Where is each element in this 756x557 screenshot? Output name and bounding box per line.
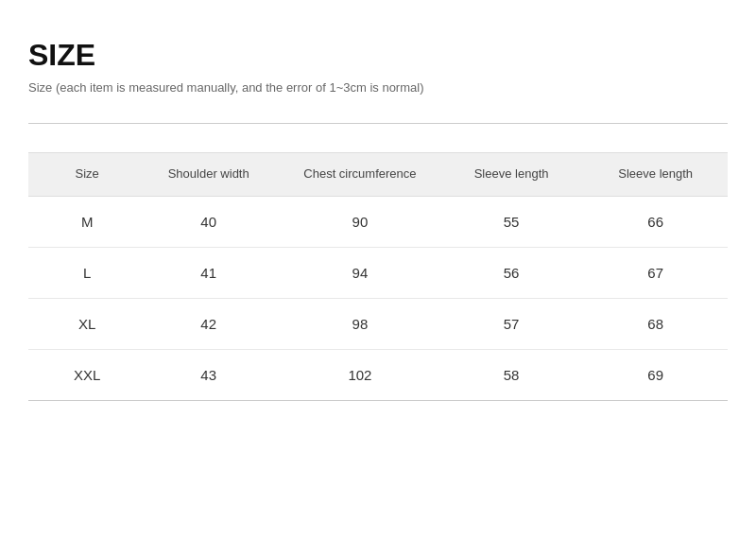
table-row: L41945667: [28, 247, 728, 298]
header-sleeve-length-2: Sleeve length: [583, 153, 728, 197]
cell-sleeve1: 56: [439, 247, 584, 298]
page-container: SIZE Size (each item is measured manuall…: [0, 0, 756, 429]
cell-sleeve2: 68: [583, 298, 728, 349]
header-size: Size: [28, 153, 136, 197]
table-header-row: Size Shoulder width Chest circumference …: [28, 153, 728, 197]
cell-sleeve1: 58: [439, 349, 584, 400]
table-row: XXL431025869: [28, 349, 728, 400]
cell-sleeve2: 69: [583, 349, 728, 400]
cell-chest: 90: [281, 196, 439, 247]
page-subtitle: Size (each item is measured manually, an…: [28, 80, 728, 95]
cell-chest: 98: [281, 298, 439, 349]
cell-shoulder: 40: [136, 196, 281, 247]
cell-size: L: [28, 247, 136, 298]
cell-shoulder: 42: [136, 298, 281, 349]
cell-shoulder: 41: [136, 247, 281, 298]
header-sleeve-length-1: Sleeve length: [439, 153, 584, 197]
cell-sleeve1: 57: [439, 298, 584, 349]
table-row: XL42985768: [28, 298, 728, 349]
cell-sleeve1: 55: [439, 196, 584, 247]
cell-size: XL: [28, 298, 136, 349]
cell-size: XXL: [28, 349, 136, 400]
cell-sleeve2: 67: [583, 247, 728, 298]
cell-sleeve2: 66: [583, 196, 728, 247]
table-row: M40905566: [28, 196, 728, 247]
header-chest-circumference: Chest circumference: [281, 153, 439, 197]
cell-chest: 94: [281, 247, 439, 298]
cell-shoulder: 43: [136, 349, 281, 400]
size-table: Size Shoulder width Chest circumference …: [28, 152, 728, 400]
bottom-divider: [28, 400, 728, 401]
table-body: M40905566L41945667XL42985768XXL431025869: [28, 196, 728, 400]
cell-size: M: [28, 196, 136, 247]
top-divider: [28, 123, 728, 124]
page-title: SIZE: [28, 38, 728, 73]
header-shoulder-width: Shoulder width: [136, 153, 281, 197]
cell-chest: 102: [281, 349, 439, 400]
